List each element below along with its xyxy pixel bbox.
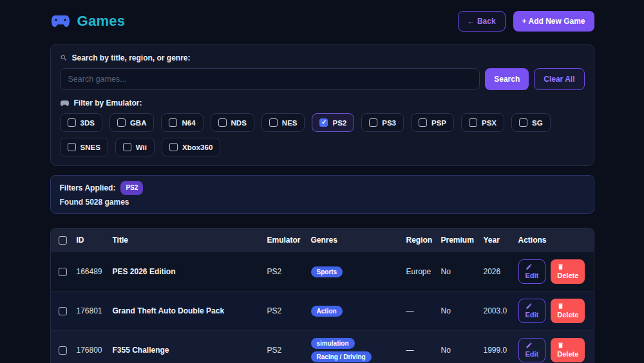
emulator-label: NDS <box>231 119 247 127</box>
edit-button-label: Edit <box>526 311 539 319</box>
emulator-label: SNES <box>80 144 100 151</box>
row-checkbox[interactable] <box>59 268 67 276</box>
column-header-premium: Premium <box>441 236 482 245</box>
cell-title: F355 Challenge <box>113 346 266 355</box>
delete-button-label: Delete <box>557 311 578 319</box>
search-button[interactable]: Search <box>485 68 529 90</box>
filter-label-text: Filter by Emulator: <box>74 98 142 107</box>
app-logo-title: Games <box>50 13 126 30</box>
emulator-filter-nes[interactable]: NES <box>261 113 305 132</box>
table-row: 176801 Grand Theft Auto Double Pack PS2 … <box>51 291 594 330</box>
checkbox-icon <box>123 143 131 151</box>
cell-year: 2003.0 <box>484 306 517 315</box>
emulator-filter-psp[interactable]: PSP <box>411 113 454 132</box>
cell-title: PES 2026 Edition <box>113 267 266 276</box>
select-all-checkbox[interactable] <box>59 236 67 245</box>
filters-applied-bar: Filters Applied: PS2 Found 5028 games <box>50 175 594 214</box>
topbar-actions: ← Back + Add New Game <box>458 11 594 32</box>
emulator-filter-list: 3DS GBA N64 NDS NES PS2 <box>60 113 585 156</box>
column-header-region: Region <box>406 236 440 245</box>
edit-button[interactable]: Edit <box>518 259 546 284</box>
cell-emulator: PS2 <box>267 306 310 315</box>
pencil-icon <box>526 302 533 310</box>
search-row: Search Clear All <box>60 68 585 90</box>
found-games-count: Found 5028 games <box>60 196 585 208</box>
edit-button[interactable]: Edit <box>518 299 546 323</box>
cell-actions: Edit Delete <box>518 299 586 323</box>
column-header-genres: Genres <box>311 236 405 245</box>
emulator-filter-3ds[interactable]: 3DS <box>60 113 102 132</box>
delete-button[interactable]: Delete <box>551 259 585 284</box>
search-icon <box>60 54 68 62</box>
genre-badge: Sports <box>311 266 343 277</box>
search-input[interactable] <box>60 68 480 90</box>
emulator-filter-wii[interactable]: Wii <box>115 138 155 156</box>
page-title: Games <box>77 13 126 30</box>
checkbox-icon <box>419 118 427 127</box>
checkbox-icon <box>68 118 76 127</box>
column-header-year: Year <box>484 236 517 245</box>
clear-all-button[interactable]: Clear All <box>534 68 584 90</box>
cell-id: 176801 <box>77 306 111 315</box>
search-filter-card: Search by title, region, or genre: Searc… <box>50 44 594 166</box>
checkbox-icon <box>169 118 177 127</box>
emulator-label: N64 <box>182 119 195 127</box>
emulator-label: Wii <box>136 144 147 151</box>
emulator-label: Xbox360 <box>182 144 213 151</box>
emulator-filter-n64[interactable]: N64 <box>161 113 203 132</box>
emulator-filter-sg[interactable]: SG <box>511 113 551 132</box>
checkbox-icon <box>519 118 527 127</box>
cell-emulator: PS2 <box>267 346 310 355</box>
delete-button[interactable]: Delete <box>551 338 585 362</box>
emulator-label: PS3 <box>382 119 396 127</box>
emulator-label: SG <box>532 119 543 127</box>
checkbox-icon <box>218 118 227 127</box>
emulator-filter-nds[interactable]: NDS <box>211 113 254 132</box>
checkbox-icon <box>117 118 126 127</box>
cell-region: — <box>406 306 440 315</box>
cell-emulator: PS2 <box>267 267 310 276</box>
gamepad-icon <box>60 100 70 107</box>
checkbox-icon <box>169 143 178 151</box>
emulator-filter-gba[interactable]: GBA <box>109 113 155 132</box>
genre-badge: Racing / Driving <box>311 351 372 362</box>
cell-actions: Edit Delete <box>518 338 586 362</box>
edit-button-label: Edit <box>526 272 539 279</box>
checkbox-icon <box>469 118 477 127</box>
cell-actions: Edit Delete <box>518 259 586 284</box>
cell-genres: Sports <box>311 265 405 279</box>
edit-button[interactable]: Edit <box>518 338 546 362</box>
cell-region: Europe <box>406 267 440 276</box>
delete-button-label: Delete <box>557 272 578 279</box>
page: Games ← Back + Add New Game Search by ti… <box>50 0 594 363</box>
applied-filter-badge: PS2 <box>120 181 143 195</box>
cell-id: 176800 <box>77 346 111 355</box>
emulator-filter-snes[interactable]: SNES <box>60 138 108 156</box>
column-header-id: ID <box>77 236 111 245</box>
delete-button-label: Delete <box>557 350 578 358</box>
emulator-label: 3DS <box>80 119 95 127</box>
search-label-text: Search by title, region, or genre: <box>72 53 191 62</box>
cell-id: 166489 <box>77 267 111 276</box>
cell-genres: simulation Racing / Driving <box>311 337 405 363</box>
emulator-filter-psx[interactable]: PSX <box>461 113 504 132</box>
row-checkbox[interactable] <box>59 346 67 355</box>
back-button[interactable]: ← Back <box>458 11 506 32</box>
trash-icon <box>557 302 564 310</box>
emulator-filter-ps3[interactable]: PS3 <box>361 113 404 132</box>
delete-button[interactable]: Delete <box>551 299 585 323</box>
row-checkbox[interactable] <box>59 307 67 315</box>
checkbox-icon <box>369 118 377 127</box>
column-header-title: Title <box>113 236 266 245</box>
add-new-game-button[interactable]: + Add New Game <box>513 11 594 32</box>
genre-badge: Action <box>311 306 343 317</box>
emulator-filter-ps2[interactable]: PS2 <box>312 113 354 132</box>
emulator-filter-xbox360[interactable]: Xbox360 <box>162 138 220 156</box>
filters-applied-line: Filters Applied: PS2 <box>60 181 585 195</box>
edit-button-label: Edit <box>526 350 539 358</box>
pencil-icon <box>526 342 533 349</box>
cell-title: Grand Theft Auto Double Pack <box>113 306 266 315</box>
cell-year: 2026 <box>484 267 517 276</box>
table-header-row: ID Title Emulator Genres Region Premium … <box>51 228 594 252</box>
emulator-label: GBA <box>130 119 147 127</box>
